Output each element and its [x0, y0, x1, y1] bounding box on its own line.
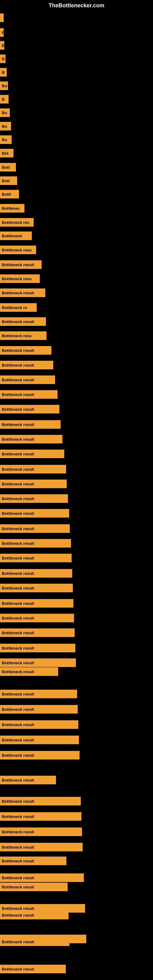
- list-item: Bottleneck result: [0, 404, 59, 414]
- list-item: Bottleneck result: [0, 750, 80, 760]
- list-item: B: [0, 54, 5, 64]
- list-item: Bottleneck result: [0, 434, 62, 444]
- bar-label: B: [0, 54, 5, 63]
- bar-label: Bottleneck result: [0, 375, 55, 384]
- bar-label: B: [0, 68, 7, 76]
- list-item: Bottleneck result: [0, 796, 81, 806]
- list-item: Bo: [0, 121, 11, 131]
- bar-label: Bottleneck result: [0, 465, 66, 474]
- list-item: [0, 13, 2, 23]
- bar-label: [0, 13, 4, 22]
- bar-label: Bottleneck result: [0, 554, 72, 562]
- list-item: Bottleneck result: [0, 288, 45, 298]
- list-item: Bottleneck result: [0, 598, 73, 608]
- bar-label: Bottleneck result: [0, 599, 73, 608]
- bar-label: Bottleneck result: [0, 509, 69, 517]
- bar-label: Bottleneck resu: [0, 274, 40, 283]
- list-item: Bot: [0, 148, 13, 158]
- bar-label: Bottleneck result: [0, 736, 79, 744]
- list-item: Bottleneck result: [0, 735, 79, 745]
- bar-label: Bottleneck result: [0, 873, 84, 882]
- bar-label: Bottleneck result: [0, 494, 68, 503]
- list-item: Bottleneck result: [0, 479, 67, 489]
- list-item: Bottleneck result: [0, 705, 78, 714]
- site-title: TheBottlenecker.com: [49, 2, 104, 9]
- bar-label: Bottleneck re: [0, 303, 37, 312]
- bar-label: Bottleneck resu: [0, 331, 46, 340]
- list-item: Bottleneck result: [0, 720, 78, 730]
- list-item: Bottleneck result: [0, 658, 76, 668]
- bar-label: Bottleneck result: [0, 614, 74, 622]
- bar-label: Bottleneck result: [0, 659, 76, 667]
- bar-label: Bottleneck result: [0, 450, 64, 458]
- list-item: Bottleneck resu: [0, 331, 46, 340]
- bar-label: Bottleneck result: [0, 435, 62, 444]
- list-item: B: [0, 67, 7, 77]
- bar-label: E: [0, 41, 4, 49]
- list-item: Bottleneck result: [0, 508, 69, 518]
- bar-label: Bo: [0, 81, 8, 90]
- list-item: Bottleneck result: [0, 811, 81, 821]
- list-item: Bottleneck result: [0, 964, 66, 974]
- bar-label: Bottleneck: [0, 232, 32, 240]
- list-item: Bottleneck result: [0, 689, 77, 699]
- bar-label: Bo: [0, 108, 10, 117]
- bar-label: Bottleneck result: [0, 390, 57, 399]
- list-item: Bottleneck result: [0, 583, 73, 593]
- list-item: Bottleneck result: [0, 827, 82, 837]
- bar-label: Bottleneck result: [0, 644, 75, 652]
- list-item: Bottleneck result: [0, 842, 83, 852]
- bar-label: Bottleneck result: [0, 857, 66, 865]
- list-item: Bott: [0, 162, 16, 172]
- list-item: Bottleneck re: [0, 302, 37, 312]
- list-item: Bottleneck result: [0, 553, 72, 563]
- bar-label: Bottleneck result: [0, 361, 53, 369]
- list-item: Bottlenec: [0, 204, 24, 213]
- bar-label: Bottleneck result: [0, 317, 46, 326]
- list-item: Bottleneck result: [0, 345, 51, 355]
- list-item: Bottl: [0, 189, 19, 199]
- bar-label: Bo: [0, 122, 11, 130]
- bar-label: Bottleneck res: [0, 218, 33, 227]
- bar-label: Bottleneck result: [0, 827, 82, 836]
- list-item: Bottleneck result: [0, 882, 68, 892]
- list-item: Bottleneck result: [0, 524, 70, 533]
- bar-label: Bottlenec: [0, 204, 24, 213]
- bar-label: Bottl: [0, 190, 19, 199]
- list-item: Bottleneck resu: [0, 274, 40, 283]
- list-item: Bottleneck result: [0, 613, 74, 623]
- bar-label: Bottleneck result: [0, 539, 71, 547]
- list-item: Bottleneck result: [0, 449, 64, 459]
- bar-label: Bottleneck result: [0, 720, 78, 729]
- list-item: Bottleneck result: [0, 643, 75, 653]
- bar-label: Bottleneck result: [0, 843, 83, 851]
- list-item: Bottleneck: [0, 231, 32, 241]
- list-item: E: [0, 40, 4, 50]
- list-item: Bottleneck result: [0, 360, 53, 370]
- list-item: Bottleneck result: [0, 375, 55, 385]
- list-item: Bo: [0, 108, 10, 118]
- bar-label: Bottleneck result: [0, 690, 77, 698]
- bar-label: Bottleneck result: [0, 524, 70, 533]
- list-item: Bottleneck result: [0, 775, 56, 785]
- list-item: Bottleneck result: [0, 856, 66, 866]
- bar-label: Bottleneck result: [0, 965, 66, 973]
- bar-label: Bottleneck result: [0, 937, 70, 946]
- bar-label: Bottleneck result: [0, 628, 75, 637]
- bar-label: Bottleneck result: [0, 812, 81, 821]
- bar-label: Bottleneck result: [0, 751, 80, 759]
- list-item: Bottleneck result: [0, 628, 75, 638]
- list-item: Bottleneck result: [0, 494, 68, 503]
- list-item: Bo: [0, 135, 12, 145]
- bar-label: Bottleneck resu: [0, 246, 36, 254]
- bar-label: Bottleneck result: [0, 480, 67, 488]
- list-item: Bottleneck resu: [0, 245, 36, 255]
- bar-label: Bottleneck result: [0, 569, 72, 578]
- bar-label: Bottleneck result: [0, 667, 58, 676]
- bar-label: B: [0, 95, 9, 103]
- bar-label: Bott: [0, 177, 17, 185]
- bar-label: Bo: [0, 135, 12, 144]
- list-item: Bottleneck result: [0, 910, 69, 920]
- list-item: Bottleneck result: [0, 873, 84, 883]
- list-item: Bottleneck result: [0, 568, 72, 578]
